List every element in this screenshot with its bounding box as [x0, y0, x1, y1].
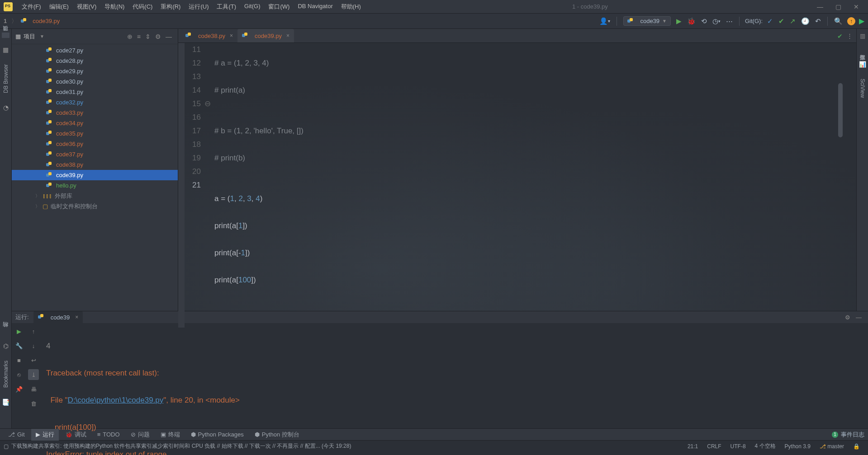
- pin-tab-button[interactable]: 📌: [14, 384, 24, 394]
- breadcrumb-file[interactable]: code39.py: [21, 18, 60, 24]
- tree-file-code39-py[interactable]: code39.py: [12, 170, 178, 180]
- git-branch[interactable]: ⎇ master: [815, 443, 849, 450]
- breakpoint-gutter[interactable]: [178, 43, 185, 328]
- run-tool-button[interactable]: ▶运行: [31, 429, 59, 441]
- git-update-button[interactable]: ✓: [764, 14, 776, 29]
- run-button[interactable]: ▶: [674, 14, 684, 29]
- print-button[interactable]: 🖶: [28, 384, 39, 394]
- soft-wrap-button[interactable]: ↩: [28, 355, 39, 366]
- event-log-button[interactable]: 1事件日志: [832, 431, 864, 439]
- locate-file-button[interactable]: ⊕: [125, 33, 135, 40]
- tree-file-code29-py[interactable]: code29.py: [12, 66, 178, 76]
- menu-code[interactable]: 代码(C): [129, 1, 156, 13]
- code-with-me-button[interactable]: ▶: [859, 17, 864, 25]
- close-tab-button[interactable]: ×: [75, 314, 78, 320]
- debug-button[interactable]: 🐞: [684, 14, 698, 29]
- python-interpreter[interactable]: Python 3.9: [780, 443, 815, 450]
- status-message[interactable]: 下载预构建共享索引: 使用预构建的Python 软件包共享索引减少索引时间和 C…: [11, 442, 351, 450]
- sciview-tool-button[interactable]: SciView: [859, 76, 866, 100]
- structure-tool-button[interactable]: 结构: [2, 329, 9, 334]
- run-tab-code39[interactable]: code39×: [33, 311, 83, 323]
- tree-file-code34-py[interactable]: code34.py: [12, 118, 178, 128]
- run-configuration-dropdown[interactable]: code39 ▼: [623, 16, 671, 26]
- tree-external-libs[interactable]: 〉⫿⫿⫿外部库: [12, 191, 178, 201]
- add-user-button[interactable]: 👤▾: [597, 14, 613, 29]
- git-tool-button[interactable]: ⎇Git: [4, 429, 29, 441]
- tree-file-code38-py[interactable]: code38.py: [12, 159, 178, 170]
- profile-button[interactable]: ◷▾: [710, 14, 723, 29]
- menu-tools[interactable]: 工具(T): [213, 1, 240, 13]
- inspection-ok-icon[interactable]: ✔: [837, 33, 843, 40]
- debug-tool-button[interactable]: 🐞调试: [61, 429, 91, 441]
- menu-view[interactable]: 视图(V): [73, 1, 100, 13]
- git-push-button[interactable]: ↗: [787, 14, 798, 29]
- menu-dbnav[interactable]: DB Navigator: [294, 1, 336, 13]
- menu-refactor[interactable]: 重构(R): [157, 1, 184, 13]
- terminal-tool-button[interactable]: ▣终端: [156, 429, 185, 441]
- project-tool-button[interactable]: 项目: [2, 33, 9, 38]
- bookmarks-tool-button[interactable]: Bookmarks: [3, 358, 9, 390]
- git-rollback-button[interactable]: ↶: [812, 14, 824, 29]
- readonly-lock-icon[interactable]: 🔒: [849, 443, 864, 450]
- tree-file-code28-py[interactable]: code28.py: [12, 56, 178, 66]
- exit-button[interactable]: ⎋: [14, 369, 24, 380]
- menu-window[interactable]: 窗口(W): [265, 1, 293, 13]
- window-minimize-button[interactable]: —: [816, 3, 825, 10]
- file-link[interactable]: D:\code\python\1\code39.py: [68, 396, 164, 404]
- tree-file-code32-py[interactable]: code32.py: [12, 97, 178, 108]
- tabs-more-button[interactable]: ⋮: [847, 33, 853, 39]
- tree-file-code30-py[interactable]: code30.py: [12, 76, 178, 87]
- coverage-button[interactable]: ⟲: [698, 14, 710, 29]
- modify-run-button[interactable]: 🔧: [14, 340, 24, 351]
- file-encoding[interactable]: UTF-8: [726, 443, 750, 450]
- editor-tab-code39[interactable]: code39.py×: [237, 29, 294, 42]
- editor-scrollbar-thumb[interactable]: [838, 83, 843, 137]
- database-tool-icon[interactable]: ▥: [860, 33, 865, 39]
- code-editor[interactable]: 1112131415161718192021 ⊖ # a = (1, 2, 3,…: [178, 43, 856, 328]
- tree-scratches[interactable]: 〉▢临时文件和控制台: [12, 201, 178, 211]
- close-tab-button[interactable]: ×: [230, 33, 233, 39]
- python-console-tool-button[interactable]: ⬢Python 控制台: [250, 429, 304, 441]
- caret-position[interactable]: 21:1: [683, 443, 702, 450]
- expand-all-button[interactable]: ≡: [135, 33, 143, 40]
- down-trace-button[interactable]: ↓: [28, 340, 39, 351]
- menu-edit[interactable]: 编辑(E): [46, 1, 72, 13]
- rerun-button[interactable]: ▶: [14, 326, 24, 337]
- tree-file-code33-py[interactable]: code33.py: [12, 108, 178, 118]
- menu-navigate[interactable]: 导航(N): [101, 1, 128, 13]
- git-history-button[interactable]: 🕘: [798, 14, 812, 29]
- ide-update-badge[interactable]: ↑: [847, 17, 855, 25]
- collapse-all-button[interactable]: ⇕: [143, 33, 153, 40]
- git-commit-button[interactable]: ✔: [776, 14, 787, 29]
- tree-file-code31-py[interactable]: code31.py: [12, 87, 178, 97]
- tree-file-code27-py[interactable]: code27.py: [12, 45, 178, 56]
- menu-git[interactable]: Git(G): [241, 1, 264, 13]
- db-browser-tool-button[interactable]: DB Browser: [3, 61, 9, 96]
- close-tab-button[interactable]: ×: [286, 33, 289, 39]
- indent-setting[interactable]: 4 个空格: [750, 442, 780, 450]
- database-tool-button[interactable]: 数据库: [859, 47, 866, 53]
- panel-settings-button[interactable]: ⚙: [153, 33, 163, 40]
- sciview-tool-icon[interactable]: 📊: [859, 61, 866, 68]
- menu-file[interactable]: 文件(F): [18, 1, 45, 13]
- tree-file-code37-py[interactable]: code37.py: [12, 149, 178, 159]
- attach-button[interactable]: ⋯: [723, 14, 735, 29]
- python-packages-tool-button[interactable]: ⬢Python Packages: [186, 429, 248, 441]
- window-maximize-button[interactable]: ▢: [834, 3, 843, 10]
- fold-gutter[interactable]: ⊖: [204, 43, 213, 328]
- breadcrumb-root[interactable]: 1: [4, 18, 11, 24]
- editor-tab-code38[interactable]: code38.py×: [181, 29, 237, 42]
- window-close-button[interactable]: ✕: [852, 3, 861, 10]
- stop-button[interactable]: ■: [14, 355, 24, 366]
- clear-button[interactable]: 🗑: [28, 398, 39, 409]
- tree-file-code36-py[interactable]: code36.py: [12, 139, 178, 149]
- problems-tool-button[interactable]: ⊘问题: [126, 429, 154, 441]
- menu-help[interactable]: 帮助(H): [337, 1, 365, 13]
- project-view-selector[interactable]: ▦ 项目 ▼: [15, 33, 44, 41]
- line-separator[interactable]: CRLF: [702, 443, 726, 450]
- up-trace-button[interactable]: ↑: [28, 326, 39, 337]
- status-togglebar-button[interactable]: ▢: [4, 443, 9, 450]
- todo-tool-button[interactable]: ≡TODO: [93, 429, 124, 441]
- search-everywhere-button[interactable]: 🔍: [831, 14, 845, 29]
- tree-file-code35-py[interactable]: code35.py: [12, 128, 178, 139]
